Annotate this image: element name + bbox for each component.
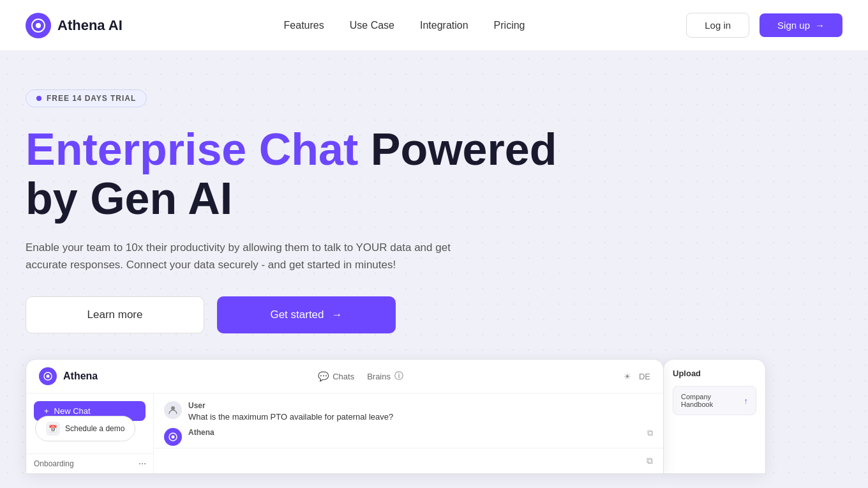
hero-buttons: Learn more Get started → [26,296,842,333]
chat-input-bar: ⧉ [154,448,663,473]
athena-message-label: Athena [188,428,641,437]
user-message-content: User What is the maximum PTO available f… [188,401,653,422]
svg-point-6 [172,436,175,439]
nav-use-case[interactable]: Use Case [350,20,394,31]
get-started-button[interactable]: Get started → [217,296,396,333]
theme-toggle-icon[interactable]: ☀ [624,372,631,381]
athena-avatar [164,428,182,446]
chat-logo: Athena [39,367,98,385]
nav-features[interactable]: Features [284,20,324,31]
chat-window: Athena 💬 Chats Brains ⓘ ☀ [26,359,664,474]
new-chat-label: New Chat [54,406,91,416]
learn-more-button[interactable]: Learn more [26,296,204,333]
brains-tab-label: Brains [367,372,391,381]
svg-point-1 [36,23,41,28]
calendar-icon: 📅 [46,422,60,436]
chat-tab-brains[interactable]: Brains ⓘ [367,370,403,382]
athena-message: Athena ⧉ [164,428,653,446]
lang-indicator: DE [639,372,650,381]
onboarding-item[interactable]: Onboarding ⋯ [26,454,154,473]
chat-preview: Athena 💬 Chats Brains ⓘ ☀ [26,359,842,474]
upload-file-icon: ↑ [744,396,749,406]
hero-title-rest: Powered [371,125,557,174]
chats-icon: 💬 [318,371,329,381]
chat-logo-icon [39,367,57,385]
chat-header: Athena 💬 Chats Brains ⓘ ☀ [26,360,663,393]
hero-title: Enterprise Chat Powered by Gen AI [26,125,600,224]
plus-icon: + [44,406,49,416]
trial-dot [36,96,41,101]
hero-title-highlight: Enterprise Chat [26,125,358,174]
svg-point-3 [47,375,50,378]
copy-icon: ⧉ [647,428,653,438]
svg-point-4 [171,406,175,410]
user-message-text: What is the maximum PTO available for pa… [188,412,653,422]
hero-title-line2: by Gen AI [26,174,232,224]
hero-section: FREE 14 DAYS TRIAL Enterprise Chat Power… [0,51,868,487]
logo-icon [26,13,51,38]
upload-file-name: Company Handbook [681,393,744,408]
nav-actions: Log in Sign up → [686,13,842,38]
signup-arrow-icon: → [815,20,825,31]
nav-pricing[interactable]: Pricing [494,20,525,31]
hero-description: Enable your team to 10x their productivi… [26,239,460,273]
chat-header-actions: ☀ DE [624,372,650,381]
chat-logo-text: Athena [63,370,98,382]
hero-content: FREE 14 DAYS TRIAL Enterprise Chat Power… [26,89,842,474]
chat-tab-chats[interactable]: 💬 Chats [318,371,354,381]
upload-file-item[interactable]: Company Handbook ↑ [673,386,756,415]
trial-badge: FREE 14 DAYS TRIAL [26,89,147,107]
upload-title: Upload [673,369,756,378]
athena-message-content: Athena [188,428,641,439]
user-message: User What is the maximum PTO available f… [164,401,653,422]
user-message-label: User [188,401,653,410]
nav-integration[interactable]: Integration [420,20,468,31]
logo-text: Athena AI [57,17,123,34]
nav-links: Features Use Case Integration Pricing [284,20,525,31]
signup-button[interactable]: Sign up → [760,13,842,37]
trial-badge-text: FREE 14 DAYS TRIAL [47,94,136,103]
logo-link[interactable]: Athena AI [26,13,123,38]
onboarding-menu-icon: ⋯ [138,459,146,468]
get-started-label: Get started [270,309,324,321]
login-button[interactable]: Log in [686,13,749,38]
chat-nav-tabs: 💬 Chats Brains ⓘ [318,370,403,382]
schedule-demo-button[interactable]: 📅 Schedule a demo [35,416,135,441]
chat-input-copy-icon: ⧉ [647,455,653,466]
signup-label: Sign up [777,20,810,31]
schedule-demo-label: Schedule a demo [65,424,124,433]
user-avatar [164,401,182,419]
chats-tab-label: Chats [333,372,354,381]
brains-info-icon: ⓘ [394,370,403,382]
get-started-arrow-icon: → [332,309,343,321]
upload-panel: Upload Company Handbook ↑ [664,359,766,474]
onboarding-label: Onboarding [34,459,74,468]
navigation: Athena AI Features Use Case Integration … [0,0,868,51]
